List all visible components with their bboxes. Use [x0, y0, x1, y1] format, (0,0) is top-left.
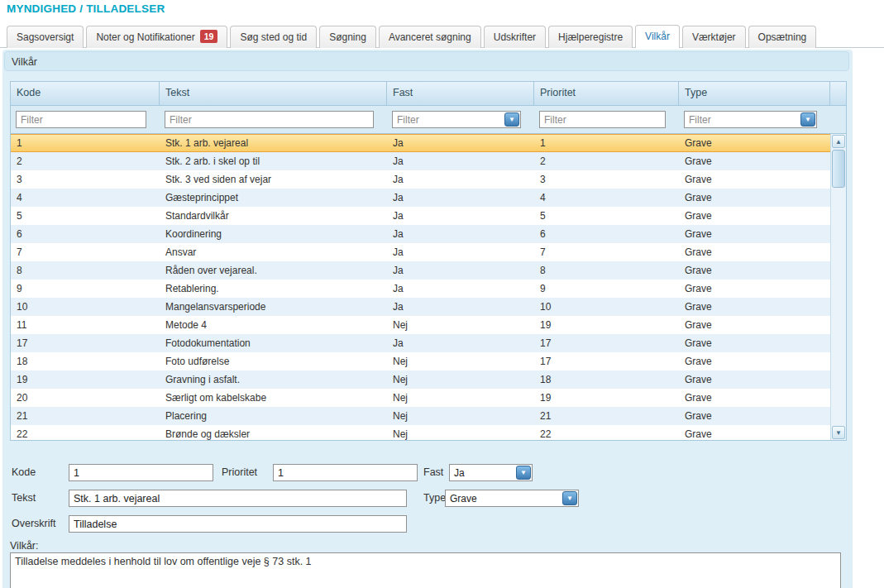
table-cell: Ja — [387, 152, 534, 170]
table-cell: Gæsteprincippet — [160, 189, 387, 207]
table-cell: Stk. 1 arb. vejareal — [160, 135, 387, 151]
table-cell: Grave — [679, 261, 830, 280]
table-row[interactable]: 11Metode 4Nej19Grave — [11, 316, 830, 334]
filter-select-type[interactable]: Filter ▼ — [684, 111, 817, 128]
tab-label: Søgning — [329, 31, 366, 43]
tab-hjælperegistre[interactable]: Hjælperegistre — [548, 26, 633, 48]
chevron-down-icon[interactable]: ▼ — [516, 466, 531, 480]
tab-vilkår[interactable]: Vilkår — [635, 25, 680, 48]
table-cell: Ja — [387, 189, 534, 207]
table-cell: Nej — [387, 352, 534, 370]
table-cell: Grave — [679, 207, 830, 225]
tab-opsætning[interactable]: Opsætning — [748, 26, 817, 48]
tab-avanceret-søgning[interactable]: Avanceret søgning — [379, 26, 481, 48]
table-cell: Grave — [679, 298, 830, 316]
table-row[interactable]: 18Foto udførelseNej17Grave — [11, 352, 830, 370]
table-cell: Særligt om kabelskabe — [160, 389, 387, 407]
table-cell: 22 — [534, 425, 679, 440]
filter-select-fast[interactable]: Filter ▼ — [392, 111, 521, 128]
table-cell: Ja — [387, 225, 534, 243]
column-header-tekst[interactable]: Tekst — [160, 82, 387, 105]
scroll-up-button[interactable]: ▲ — [832, 135, 845, 148]
table-cell: 10 — [534, 298, 679, 316]
column-header-kode[interactable]: Kode — [11, 82, 160, 105]
table-row[interactable]: 21PlaceringNej21Grave — [11, 407, 830, 425]
table-cell: Grave — [679, 352, 830, 370]
table-cell: 8 — [534, 261, 679, 280]
table-cell: 4 — [11, 189, 160, 207]
table-cell: Ja — [387, 243, 534, 261]
table-row[interactable]: 3Stk. 3 ved siden af vejarJa3Grave — [11, 170, 830, 189]
vilkaar-textarea[interactable]: Tilladelse meddeles i henhold til lov om… — [10, 552, 841, 588]
table-cell: Retablering. — [160, 280, 387, 298]
table-row[interactable]: 9Retablering.Ja9Grave — [11, 280, 830, 298]
table-row[interactable]: 1Stk. 1 arb. vejarealJa1Grave — [11, 134, 830, 152]
table-scrollbar[interactable]: ▲ ▼ — [830, 134, 846, 440]
scroll-thumb[interactable] — [832, 150, 845, 188]
table-cell: 22 — [11, 425, 160, 440]
fast-select[interactable]: Ja ▼ — [449, 464, 533, 481]
table-cell: 6 — [534, 225, 679, 243]
column-header-fast[interactable]: Fast — [387, 82, 534, 105]
table-row[interactable]: 5StandardvilkårJa5Grave — [11, 207, 830, 225]
table-cell: Stk. 3 ved siden af vejar — [160, 170, 387, 189]
tekst-field[interactable] — [69, 490, 407, 507]
table-cell: 8 — [11, 261, 160, 280]
kode-field[interactable] — [69, 464, 213, 481]
type-select[interactable]: Grave ▼ — [445, 490, 579, 507]
scroll-down-button[interactable]: ▼ — [832, 426, 845, 439]
prioritet-label: Prioritet — [222, 464, 257, 481]
kode-label: Kode — [12, 464, 36, 481]
chevron-down-icon[interactable]: ▼ — [504, 112, 519, 127]
filter-input-tekst[interactable] — [165, 111, 374, 128]
type-label: Type — [423, 490, 446, 507]
table-cell: Grave — [679, 243, 830, 261]
table-cell: 4 — [534, 189, 679, 207]
tab-søgning[interactable]: Søgning — [319, 26, 376, 48]
table-cell: 19 — [534, 389, 679, 407]
tab-label: Sagsoversigt — [17, 31, 74, 43]
table-cell: Ansvar — [160, 243, 387, 261]
table-row[interactable]: 10MangelansvarsperiodeJa10Grave — [11, 298, 830, 316]
table-row[interactable]: 8Råden over vejareal.Ja8Grave — [11, 261, 830, 280]
table-row[interactable]: 20Særligt om kabelskabeNej19Grave — [11, 389, 830, 407]
table-cell: Foto udførelse — [160, 352, 387, 370]
table-row[interactable]: 2Stk. 2 arb. i skel op tilJa2Grave — [11, 152, 830, 170]
table-cell: 9 — [11, 280, 160, 298]
filter-input-prioritet[interactable] — [539, 111, 666, 128]
table-cell: Nej — [387, 370, 534, 389]
table-cell: Ja — [387, 135, 534, 151]
tab-søg-sted-og-tid[interactable]: Søg sted og tid — [230, 26, 317, 48]
table-row[interactable]: 17FotodokumentationJa17Grave — [11, 334, 830, 352]
table-row[interactable]: 22Brønde og dækslerNej22Grave — [11, 425, 830, 440]
overskrift-field[interactable] — [69, 515, 407, 533]
tab-udskrifter[interactable]: Udskrifter — [484, 26, 546, 48]
table-cell: 1 — [11, 135, 160, 151]
table-cell: Nej — [387, 425, 534, 440]
column-header-prioritet[interactable]: Prioritet — [534, 82, 679, 105]
filter-input-kode[interactable] — [16, 111, 146, 128]
table-cell: Grave — [679, 370, 830, 389]
chevron-down-icon[interactable]: ▼ — [800, 112, 815, 127]
tab-værktøjer[interactable]: Værktøjer — [682, 26, 746, 48]
prioritet-field[interactable] — [273, 464, 418, 481]
table-cell: Grave — [679, 407, 830, 425]
table-row[interactable]: 4GæsteprincippetJa4Grave — [11, 189, 830, 207]
tab-noter-og-notifikationer[interactable]: Noter og Notifikationer19 — [86, 26, 227, 48]
table-cell: 5 — [534, 207, 679, 225]
table-cell: 2 — [534, 152, 679, 170]
table-row[interactable]: 6KoordineringJa6Grave — [11, 225, 830, 243]
table-cell: Nej — [387, 407, 534, 425]
table-cell: Ja — [387, 298, 534, 316]
table-cell: Gravning i asfalt. — [160, 370, 387, 389]
table-row[interactable]: 7AnsvarJa7Grave — [11, 243, 830, 261]
vilkaar-table: Kode Tekst Fast Prioritet Type Filter ▼ — [10, 81, 847, 441]
chevron-down-icon[interactable]: ▼ — [562, 491, 577, 505]
table-cell: 1 — [534, 135, 679, 151]
table-cell: Koordinering — [160, 225, 387, 243]
table-row[interactable]: 19Gravning i asfalt.Nej18Grave — [11, 370, 830, 389]
column-header-type[interactable]: Type — [679, 82, 830, 105]
table-cell: 11 — [11, 316, 160, 334]
table-cell: 7 — [11, 243, 160, 261]
tab-sagsoversigt[interactable]: Sagsoversigt — [7, 26, 84, 48]
